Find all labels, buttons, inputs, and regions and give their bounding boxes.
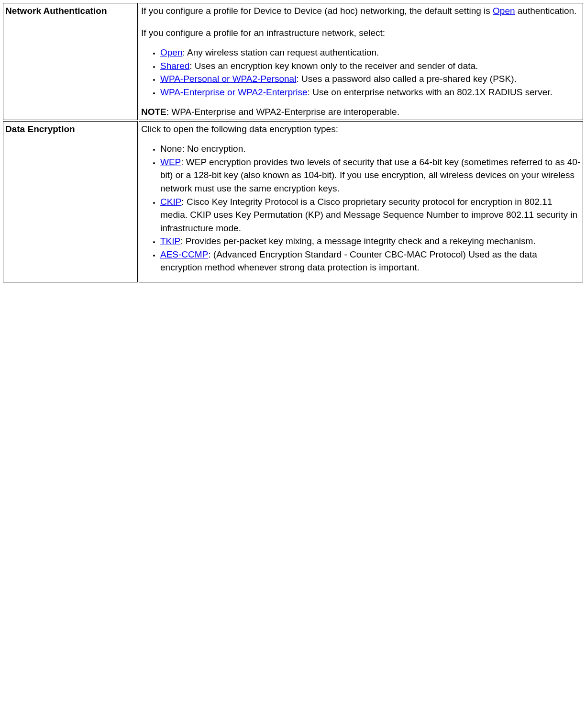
- table-row: Network Authentication If you configure …: [3, 3, 583, 120]
- row-value-auth: If you configure a profile for Device to…: [139, 3, 583, 120]
- auth-note: NOTE: WPA-Enterprise and WPA2-Enterprise…: [141, 105, 581, 119]
- list-item: Open: Any wireless station can request a…: [160, 46, 581, 59]
- list-item: AES-CCMP: (Advanced Encryption Standard …: [160, 248, 581, 274]
- settings-table: Network Authentication If you configure …: [2, 2, 584, 283]
- auth-paragraph-2: If you configure a profile for an infras…: [141, 26, 581, 40]
- row-label-auth: Network Authentication: [3, 3, 138, 120]
- wpa-personal-link[interactable]: WPA-Personal or WPA2-Personal: [160, 74, 296, 84]
- auth-list: Open: Any wireless station can request a…: [141, 46, 581, 99]
- row-value-enc: Click to open the following data encrypt…: [139, 121, 583, 282]
- list-item: Shared: Uses an encryption key known onl…: [160, 59, 581, 73]
- list-item: WPA-Personal or WPA2-Personal: Uses a pa…: [160, 72, 581, 86]
- list-item: WPA-Enterprise or WPA2-Enterprise: Use o…: [160, 86, 581, 99]
- wpa-enterprise-link[interactable]: WPA-Enterprise or WPA2-Enterprise: [160, 87, 308, 97]
- wep-link[interactable]: WEP: [160, 157, 181, 167]
- shared-link[interactable]: Shared: [160, 61, 189, 71]
- open-link[interactable]: Open: [160, 47, 182, 57]
- ckip-link[interactable]: CKIP: [160, 197, 181, 207]
- auth-paragraph-1: If you configure a profile for Device to…: [141, 4, 581, 18]
- tkip-link[interactable]: TKIP: [160, 236, 180, 246]
- table-row: Data Encryption Click to open the follow…: [3, 121, 583, 282]
- list-item: CKIP: Cisco Key Integrity Protocol is a …: [160, 195, 581, 235]
- enc-list: None: No encryption. WEP: WEP encryption…: [141, 142, 581, 274]
- list-item: WEP: WEP encryption provides two levels …: [160, 156, 581, 195]
- row-label-enc: Data Encryption: [3, 121, 138, 282]
- enc-paragraph-1: Click to open the following data encrypt…: [141, 123, 581, 136]
- aes-ccmp-link[interactable]: AES-CCMP: [160, 249, 208, 259]
- open-link-inline[interactable]: Open: [493, 6, 515, 16]
- list-item: TKIP: Provides per-packet key mixing, a …: [160, 235, 581, 248]
- list-item: None: No encryption.: [160, 142, 581, 156]
